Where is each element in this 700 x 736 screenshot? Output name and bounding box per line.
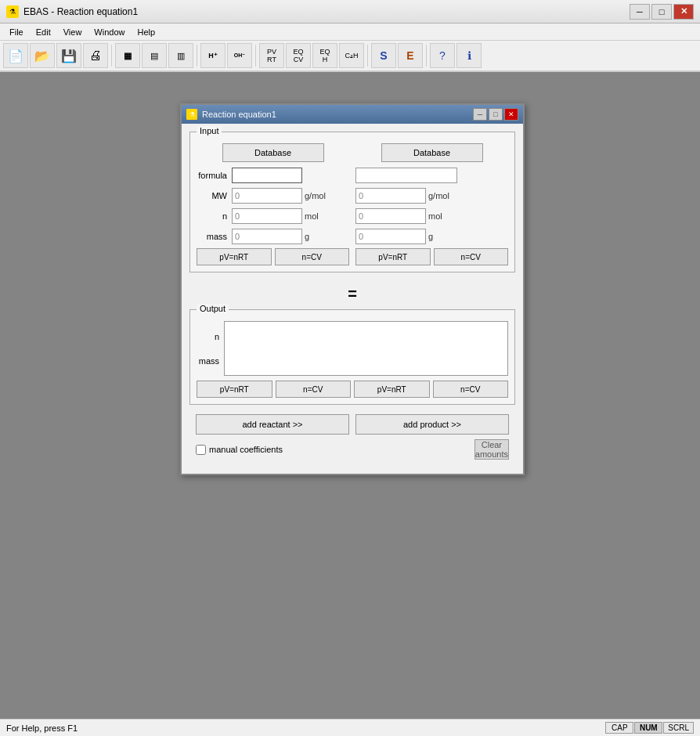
open-button[interactable]: 📂	[30, 43, 55, 68]
pvcv2-button[interactable]: EQCV	[286, 43, 311, 68]
output-calc-buttons: pV=nRT n=CV pV=nRT n=CV	[197, 381, 508, 398]
add-product-button[interactable]: add product >>	[355, 414, 509, 435]
menu-edit[interactable]: Edit	[30, 26, 57, 38]
n-left-input[interactable]	[232, 208, 302, 224]
separator-2	[197, 45, 197, 67]
title-bar: ⚗ EBAS - Reaction equation1 ─ □ ✕	[0, 0, 700, 23]
status-help-text: For Help, press F1	[6, 723, 78, 733]
app-icon: ⚗	[6, 5, 19, 18]
pvnrt-output2-button[interactable]: pV=nRT	[354, 381, 430, 398]
bottom-area: add reactant >> add product >> manual co…	[189, 411, 515, 466]
window-body: Input Database formula MW	[182, 124, 523, 474]
input-group-label: Input	[197, 126, 222, 135]
menu-help[interactable]: Help	[131, 26, 161, 38]
menu-file[interactable]: File	[3, 26, 30, 38]
n-right-input[interactable]	[355, 208, 426, 224]
help1-button[interactable]: ?	[430, 43, 455, 68]
ncv-output1-button[interactable]: n=CV	[276, 381, 352, 398]
separator-1	[111, 45, 112, 67]
mw-left-input[interactable]	[232, 188, 302, 204]
inner-title-bar: ⚗ Reaction equation1 ─ □ ✕	[182, 105, 523, 124]
separator-4	[367, 45, 368, 67]
help2-button[interactable]: ℹ	[456, 43, 482, 68]
menu-window[interactable]: Window	[88, 26, 131, 38]
mass-right-input[interactable]	[355, 229, 426, 244]
save-button[interactable]: 💾	[56, 43, 81, 68]
add-reactant-button[interactable]: add reactant >>	[196, 414, 349, 435]
inner-minimize-button[interactable]: ─	[473, 108, 487, 121]
formula-right-input[interactable]	[355, 168, 457, 183]
formula-left-label: formula	[197, 171, 232, 180]
mw-left-label: MW	[197, 191, 232, 200]
inner-window-controls: ─ □ ✕	[473, 108, 518, 121]
struct-button[interactable]: C₄H	[339, 43, 364, 68]
inner-app-icon: ⚗	[186, 109, 197, 120]
new-button[interactable]: 📄	[3, 43, 28, 68]
pvnrt-right-button[interactable]: pV=nRT	[355, 248, 431, 265]
formula-left-input[interactable]	[232, 168, 302, 183]
pvcv1-button[interactable]: PVRT	[259, 43, 284, 68]
mass-left-label: mass	[197, 232, 232, 241]
mw-right-input[interactable]	[355, 188, 426, 204]
input-left-col: Database formula MW g/mol n	[197, 143, 349, 265]
database-right-button[interactable]: Database	[381, 143, 483, 162]
mw-left-unit: g/mol	[305, 191, 326, 200]
menu-view[interactable]: View	[57, 26, 88, 38]
status-bar: For Help, press F1 CAP NUM SCRL	[0, 719, 700, 736]
ncv-right-button[interactable]: n=CV	[434, 248, 509, 265]
mass-right-row: g	[355, 228, 508, 245]
manual-coefficients-label: manual coefficients	[209, 445, 283, 454]
input-right-col: Database g/mol mol	[355, 143, 508, 265]
db1-button[interactable]: S	[371, 43, 396, 68]
n-left-row: n mol	[197, 207, 349, 225]
mass-left-row: mass g	[197, 228, 349, 245]
clear-amounts-button[interactable]: Clear amounts	[474, 439, 509, 460]
output-text-area	[224, 321, 508, 376]
n-left-label: n	[197, 211, 232, 221]
status-indicators: CAP NUM SCRL	[605, 722, 694, 734]
main-area: ⚗ Reaction equation1 ─ □ ✕ Input Databas…	[0, 72, 700, 719]
acid-button[interactable]: H⁺	[200, 43, 226, 68]
output-mass-label: mass	[197, 352, 224, 370]
n-right-row: mol	[355, 207, 508, 225]
n-left-unit: mol	[305, 211, 319, 221]
ncv-left-button[interactable]: n=CV	[275, 248, 350, 265]
database-left-button[interactable]: Database	[222, 143, 324, 162]
manual-coefficients-checkbox[interactable]	[196, 445, 206, 455]
pvnrt-output1-button[interactable]: pV=nRT	[197, 381, 272, 398]
formula-right-row	[355, 167, 508, 184]
separator-3	[255, 45, 256, 67]
mw-right-row: g/mol	[355, 187, 508, 204]
close-button[interactable]: ✕	[673, 4, 694, 20]
ncv-output2-button[interactable]: n=CV	[433, 381, 509, 398]
base-button[interactable]: OH⁻	[227, 43, 252, 68]
reaction-equation-window: ⚗ Reaction equation1 ─ □ ✕ Input Databas…	[180, 103, 525, 475]
minimize-button[interactable]: ─	[630, 4, 650, 20]
mass-left-unit: g	[305, 232, 309, 241]
output-group: Output n mass pV=nRT n=CV	[189, 309, 515, 405]
scrl-indicator: SCRL	[663, 722, 694, 734]
table2-button[interactable]: ▤	[142, 43, 167, 68]
mw-right-unit: g/mol	[428, 191, 449, 200]
db2-button[interactable]: E	[398, 43, 423, 68]
inner-maximize-button[interactable]: □	[489, 108, 503, 121]
mass-left-input[interactable]	[232, 229, 302, 244]
table1-button[interactable]: ▦	[115, 43, 140, 68]
input-group: Input Database formula MW	[189, 132, 515, 272]
num-indicator: NUM	[634, 722, 662, 734]
input-columns: Database formula MW g/mol n	[197, 143, 508, 265]
mass-right-unit: g	[428, 232, 433, 241]
inner-close-button[interactable]: ✕	[504, 108, 518, 121]
bottom-row1: add reactant >> add product >>	[196, 414, 509, 435]
print-button[interactable]: 🖨	[83, 43, 108, 68]
output-n-label: n	[197, 328, 224, 345]
separator-5	[426, 45, 427, 67]
table3-button[interactable]: ▥	[168, 43, 193, 68]
mw-left-row: MW g/mol	[197, 187, 349, 204]
maximize-button[interactable]: □	[651, 4, 672, 20]
pvcv3-button[interactable]: EQH	[312, 43, 337, 68]
window-controls: ─ □ ✕	[630, 4, 694, 20]
pvnrt-left-button[interactable]: pV=nRT	[197, 248, 272, 265]
toolbar: 📄 📂 💾 🖨 ▦ ▤ ▥ H⁺ OH⁻ PVRT EQCV EQH C₄H S…	[0, 41, 700, 72]
formula-left-row: formula	[197, 167, 349, 184]
